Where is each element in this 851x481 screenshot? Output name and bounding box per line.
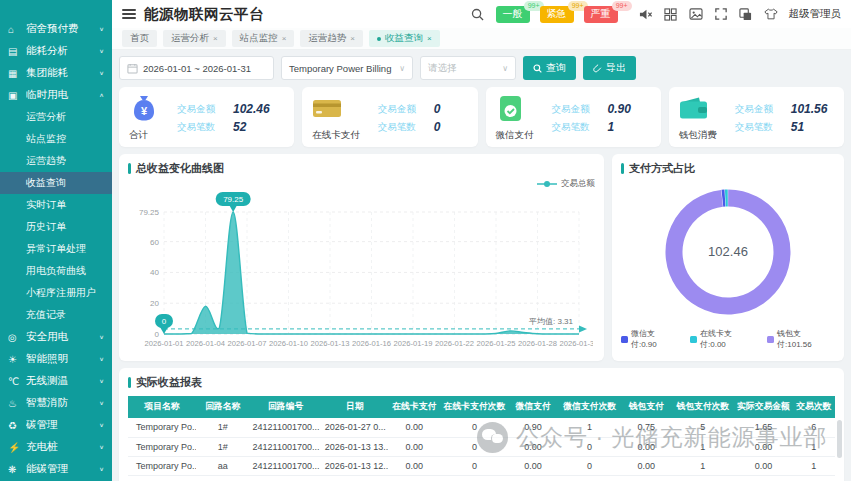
tab-label: 收益查询 [385,32,423,45]
sidebar-subitem-运营分析[interactable]: 运营分析 [0,106,112,128]
menu-toggle-icon[interactable] [122,9,136,19]
legend-label: 钱包支付:101.56 [777,328,835,350]
sidebar-item-智慧消防[interactable]: ♨智慧消防∨ [0,392,112,414]
sidebar-item-碳管理[interactable]: ♻碳管理∨ [0,414,112,436]
table-cell: 1# [196,437,250,456]
table-cell: 1 [793,475,836,481]
alarm-badge-严重[interactable]: 严重99+ [584,6,618,23]
sidebar-item-label: 安全用电 [26,330,99,344]
chevron-down-icon: ∨ [99,356,104,362]
tab-运营趋势[interactable]: 运营趋势× [300,30,363,47]
sidebar-item-充电桩[interactable]: ⚡充电桩∨ [0,436,112,458]
sidebar-item-能耗分析[interactable]: ▤能耗分析∨ [0,40,112,62]
line-chart-legend[interactable]: 交易总额 [128,178,595,190]
fullscreen-icon[interactable] [714,7,728,21]
tab-close-icon[interactable]: × [350,34,355,43]
table-cell: 0.00 [735,475,793,481]
sidebar-item-集团能耗[interactable]: ▦集团能耗∨ [0,62,112,84]
table-cell: 0.00 [735,437,793,456]
svg-text:0: 0 [155,330,160,339]
stat-card-name: 钱包消费 [679,129,717,142]
open-tabs-bar: 首页运营分析×站点监控×运营趋势×收益查询× [112,28,851,50]
alarm-badge-紧急[interactable]: 紧急99+ [540,6,574,23]
sidebar-subitem-充值记录[interactable]: 充值记录 [0,304,112,326]
sidebar-subitem-异常订单处理[interactable]: 异常订单处理 [0,238,112,260]
sidebar-subitem-小程序注册用户[interactable]: 小程序注册用户 [0,282,112,304]
stat-card-在线卡支付: 在线卡支付交易金额0交易笔数0 [302,87,477,147]
date-range-input[interactable]: 2026-01-01 ~ 2026-01-31 [119,56,274,80]
table-cell: 0 [671,475,735,481]
chevron-down-icon: ∨ [99,400,104,406]
stat-card-name: 合计 [129,129,148,142]
table-header-cell: 日期 [322,396,388,418]
donut-legend-钱包支付[interactable]: 钱包支付:101.56 [767,328,835,350]
sidebar-item-安全用电[interactable]: ◎安全用电∨ [0,326,112,348]
svg-text:2026-01-16: 2026-01-16 [352,339,391,348]
svg-text:¥: ¥ [141,105,148,117]
circuit-select[interactable]: 请选择 ∨ [420,56,516,80]
image-icon[interactable] [689,7,703,21]
tab-站点监控[interactable]: 站点监控× [232,30,295,47]
table-row[interactable]: Temporary Po...1#241211001700...2026-01-… [128,437,835,456]
stat-count-label: 交易笔数 [177,121,225,134]
sidebar-subitem-历史订单[interactable]: 历史订单 [0,216,112,238]
table-header-row: 项目名称回路名称回路编号日期在线卡支付在线卡支付次数微信支付微信支付次数钱包支付… [128,396,835,418]
paperclip-icon [593,64,602,73]
donut-legend-微信支付[interactable]: 微信支付:0.90 [621,328,680,350]
table-cell: 1 [793,456,836,475]
query-button[interactable]: 查询 [523,56,576,80]
theme-shirt-icon[interactable] [764,7,778,21]
legend-marker-icon [537,180,557,188]
tab-close-icon[interactable]: × [427,34,432,43]
table-row[interactable]: Temporary Po...1#241211001700...2026-01-… [128,418,835,437]
copy-docs-icon[interactable] [739,7,753,21]
fire-icon: ♨ [8,398,22,409]
sidebar-subitem-收益查询[interactable]: 收益查询 [0,172,112,194]
sidebar-subitem-运营趋势[interactable]: 运营趋势 [0,150,112,172]
svg-text:2026-01-10: 2026-01-10 [269,339,308,348]
table-row[interactable]: Temporary Po...241211001700...2026-01-12… [128,475,835,481]
layout-grid-icon[interactable] [664,7,678,21]
sidebar-subitem-站点监控[interactable]: 站点监控 [0,128,112,150]
billing-select[interactable]: Temporary Power Billing ∨ [281,56,413,80]
alarm-badge-一般[interactable]: 一般99+ [496,6,530,23]
export-button[interactable]: 导出 [583,56,636,80]
tab-收益查询[interactable]: 收益查询× [369,30,440,47]
legend-label: 微信支付:0.90 [631,328,680,350]
chevron-down-icon: ∨ [399,64,405,73]
table-scrollbar[interactable] [837,420,842,458]
sidebar-item-无线测温[interactable]: ℃无线测温∨ [0,370,112,392]
svg-text:102.46: 102.46 [708,244,748,259]
donut-legend-在线卡支付[interactable]: 在线卡支付:0.00 [690,328,757,350]
sidebar-item-宿舍预付费[interactable]: ⌂宿舍预付费∨ [0,18,112,40]
svg-text:79.25: 79.25 [223,195,244,204]
chevron-down-icon: ∨ [99,334,104,340]
sidebar-subitem-用电负荷曲线[interactable]: 用电负荷曲线 [0,260,112,282]
tab-首页[interactable]: 首页 [122,30,157,47]
table-cell: 241211001700... [250,418,322,437]
tab-运营分析[interactable]: 运营分析× [163,30,226,47]
sidebar-item-能碳管理[interactable]: ❋能碳管理∨ [0,458,112,480]
table-cell: 0.00 [735,456,793,475]
title-accent-bar [621,163,624,174]
chevron-down-icon: ∨ [99,378,104,384]
svg-text:2026-01-22: 2026-01-22 [435,339,474,348]
user-menu[interactable]: 超级管理员 [789,7,842,21]
search-icon[interactable] [471,7,485,21]
table-header-cell: 回路编号 [250,396,322,418]
chevron-down-icon: ∨ [99,444,104,450]
sidebar-item-智能照明[interactable]: ☀智能照明∨ [0,348,112,370]
tab-close-icon[interactable]: × [282,34,287,43]
table-row[interactable]: Temporary Po...aa241211001700...2026-01-… [128,456,835,475]
revenue-table: 项目名称回路名称回路编号日期在线卡支付在线卡支付次数微信支付微信支付次数钱包支付… [128,396,835,481]
stat-card-钱包消费: 钱包消费交易金额101.56交易笔数51 [669,87,844,147]
mute-icon[interactable] [639,7,653,21]
tab-label: 运营分析 [171,32,209,45]
table-cell: 0.00 [388,418,440,437]
sidebar-item-临时用电[interactable]: ▣临时用电∧ [0,84,112,106]
sidebar-subitem-实时订单[interactable]: 实时订单 [0,194,112,216]
svg-text:2026-01-25: 2026-01-25 [477,339,516,348]
tab-close-icon[interactable]: × [213,34,218,43]
table-body: Temporary Po...1#241211001700...2026-01-… [128,418,835,481]
chevron-down-icon: ∨ [99,422,104,428]
